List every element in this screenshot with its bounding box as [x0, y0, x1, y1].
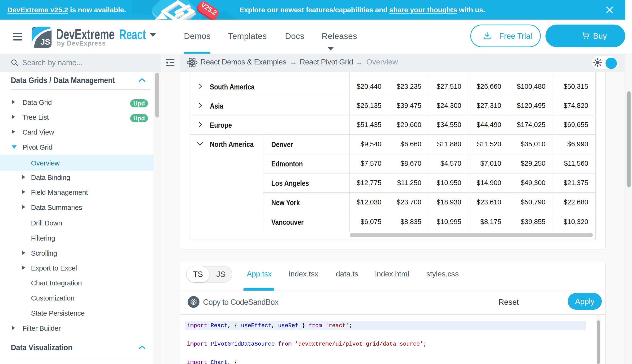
svg-text:JS: JS [40, 37, 50, 46]
